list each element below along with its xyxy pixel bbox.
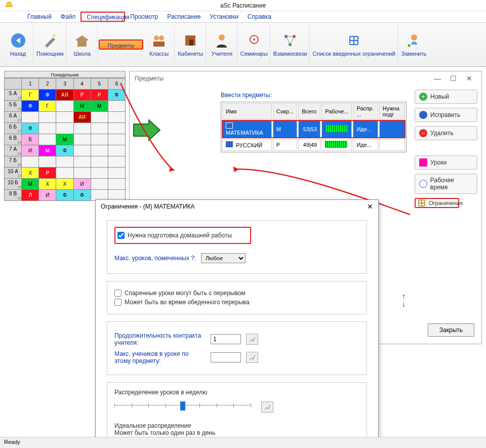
timetable-cell[interactable]: М [73, 101, 91, 112]
subject-row-russian[interactable]: РУССКИЙ Р 49|49 Иде... [222, 139, 405, 151]
timetable-cell[interactable] [73, 134, 91, 145]
timetable-cell[interactable]: Ф [39, 90, 56, 101]
ribbon-subjects[interactable]: Предметы [99, 39, 143, 50]
contract-input[interactable] [211, 334, 241, 344]
timetable-cell[interactable]: Ф [108, 90, 125, 101]
timetable-cell[interactable]: Б [22, 134, 39, 145]
timetable-cell[interactable] [108, 179, 125, 190]
menu-help[interactable]: Справка [248, 13, 271, 20]
timetable-cell[interactable]: АЯ [56, 90, 73, 101]
new-button[interactable]: +Новый [415, 90, 477, 104]
timetable-cell[interactable] [39, 112, 56, 123]
timetable-cell[interactable]: Р [91, 90, 108, 101]
max-pupils-input[interactable] [211, 352, 241, 362]
timetable-cell[interactable] [56, 112, 73, 123]
ribbon-back[interactable]: Назад [3, 25, 33, 64]
lunch-checkbox[interactable]: Может быть во время обеденного перерыва [114, 299, 359, 306]
timetable-row-header[interactable]: 7 А24 [5, 145, 22, 156]
subject-row-math[interactable]: МАТЕМАТИКА М 53|53 Иде... [222, 120, 405, 138]
timetable-cell[interactable]: Г [39, 101, 56, 112]
timetable-cell[interactable] [91, 123, 108, 134]
menu-file[interactable]: Файл [61, 13, 76, 20]
ribbon-wizard[interactable]: Помощник [34, 25, 66, 64]
constraints-button[interactable]: Ограничения [415, 198, 459, 208]
timetable-cell[interactable] [91, 112, 108, 123]
timetable-cell[interactable] [39, 123, 56, 134]
distribution-tool-icon[interactable] [261, 401, 273, 413]
timetable-cell[interactable]: АЯ [73, 112, 91, 123]
timetable-cell[interactable] [22, 112, 39, 123]
worktime-button[interactable]: Рабочее время [415, 174, 477, 194]
timetable-cell[interactable] [73, 145, 91, 156]
menu-main[interactable]: Главный [27, 13, 52, 20]
timetable-cell[interactable]: М [22, 179, 39, 190]
timetable-cell[interactable]: Ф [56, 145, 73, 156]
timetable-cell[interactable] [91, 156, 108, 168]
timetable-cell[interactable] [56, 123, 73, 134]
timetable-cell[interactable]: Х [22, 168, 39, 179]
timetable-cell[interactable] [108, 112, 125, 123]
timetable-cell[interactable]: Г [22, 90, 39, 101]
timetable-row-header[interactable]: 10 Б15 [5, 179, 22, 190]
subjects-close-button[interactable]: Закрыть [428, 323, 474, 337]
max-question-select[interactable]: Любое [201, 253, 246, 263]
timetable-cell[interactable] [56, 168, 73, 179]
timetable-row-header[interactable]: 5 А15 [5, 90, 22, 101]
timetable-cell[interactable]: И [39, 190, 56, 201]
timetable-cell[interactable]: Ф [22, 123, 39, 134]
timetable-cell[interactable]: М [91, 101, 108, 112]
timetable-cell[interactable] [108, 156, 125, 168]
ribbon-school[interactable]: Школа [67, 25, 98, 64]
delete-button[interactable]: −Удалить [415, 126, 477, 140]
timetable-cell[interactable]: Л [22, 190, 39, 201]
timetable-row-header[interactable]: 10 А17 [5, 168, 22, 179]
menu-spec[interactable]: Спецификация [80, 12, 125, 22]
timetable-cell[interactable] [91, 179, 108, 190]
menu-schedule[interactable]: Расписание [167, 13, 200, 20]
timetable-row-header[interactable]: 6 В16 [5, 134, 22, 145]
timetable-cell[interactable] [39, 156, 56, 168]
paired-break-checkbox[interactable]: Спаренные уроки могут быть с перерывом [114, 290, 359, 297]
timetable-row-header[interactable]: 6 А17 [5, 112, 22, 123]
timetable-cell[interactable]: Х [39, 179, 56, 190]
maximize-icon[interactable]: ☐ [447, 74, 461, 83]
scroll-arrows[interactable]: ↑↓ [402, 292, 406, 308]
timetable-cell[interactable] [108, 101, 125, 112]
ribbon-relations[interactable]: Взаимосвязи [271, 25, 310, 64]
timetable-cell[interactable] [91, 168, 108, 179]
timetable-cell[interactable]: Х [56, 179, 73, 190]
timetable-cell[interactable]: Ф [56, 190, 73, 201]
ribbon-classes[interactable]: Классы [144, 25, 175, 64]
timetable-cell[interactable]: М [39, 145, 56, 156]
ribbon-constraints-list[interactable]: Список введенных ограничений [310, 25, 397, 64]
timetable-cell[interactable]: И [73, 179, 91, 190]
minimize-icon[interactable]: — [430, 74, 444, 83]
timetable-row-header[interactable]: 8 В16 [5, 190, 22, 201]
timetable-cell[interactable] [91, 134, 108, 145]
timetable-cell[interactable] [91, 145, 108, 156]
homework-checkbox[interactable]: Нужна подготовка домашней работы [117, 232, 232, 239]
menu-settings[interactable]: Установки [210, 13, 238, 20]
contract-tool-icon[interactable] [246, 334, 258, 345]
timetable-cell[interactable]: Р [39, 168, 56, 179]
timetable-cell[interactable] [108, 168, 125, 179]
timetable-cell[interactable] [56, 156, 73, 168]
timetable-cell[interactable] [108, 145, 125, 156]
timetable-cell[interactable]: М [56, 134, 73, 145]
close-icon[interactable]: ✕ [462, 74, 476, 83]
timetable-cell[interactable] [108, 123, 125, 134]
distribution-slider[interactable] [114, 405, 251, 415]
edit-button[interactable]: Исправить [415, 108, 477, 122]
ribbon-replace[interactable]: Заменить [399, 25, 429, 64]
timetable-cell[interactable] [39, 134, 56, 145]
timetable-cell[interactable]: И [22, 145, 39, 156]
timetable-cell[interactable] [56, 101, 73, 112]
timetable-cell[interactable] [22, 156, 39, 168]
ribbon-seminars[interactable]: Семинары [238, 25, 270, 64]
timetable-cell[interactable] [73, 123, 91, 134]
ribbon-rooms[interactable]: Кабинеты [176, 25, 206, 64]
subjects-table[interactable]: Имя Сокр... Всего Рабоче... Распр. ... Н… [221, 102, 407, 152]
timetable-row-header[interactable]: 6 Б17 [5, 123, 22, 134]
max-pupils-tool-icon[interactable] [246, 352, 258, 363]
timetable-cell[interactable]: Ф [22, 101, 39, 112]
